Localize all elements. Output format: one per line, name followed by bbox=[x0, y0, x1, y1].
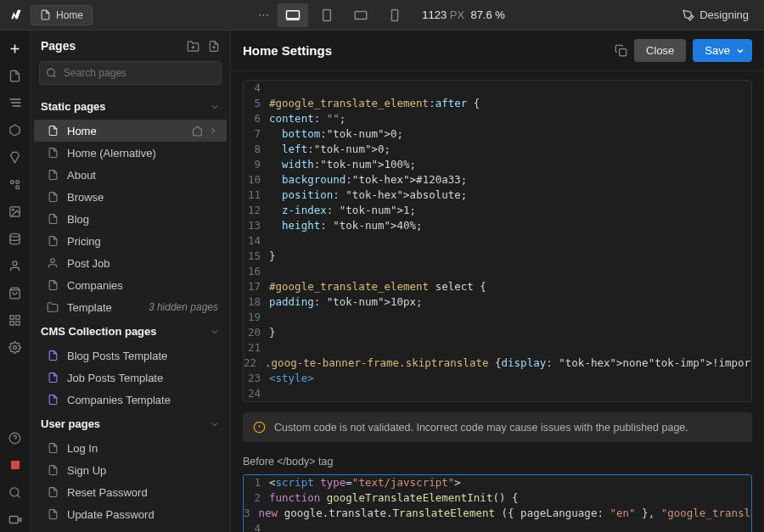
page-icon bbox=[46, 349, 59, 362]
page-icon bbox=[46, 146, 59, 160]
rail-variables-icon[interactable] bbox=[3, 144, 28, 170]
page-icon bbox=[46, 300, 59, 314]
rail-assets-icon[interactable] bbox=[3, 199, 28, 224]
page-item[interactable]: Template3 hidden pages bbox=[34, 296, 227, 318]
page-label: Blog bbox=[67, 213, 218, 226]
svg-point-11 bbox=[16, 185, 20, 188]
page-label: Browse bbox=[67, 191, 218, 204]
hidden-pages-badge: 3 hidden pages bbox=[149, 301, 218, 313]
section-static-header[interactable]: Static pages bbox=[31, 93, 230, 120]
rail-apps-icon[interactable] bbox=[3, 307, 28, 333]
page-label: Post Job bbox=[67, 257, 218, 270]
warning-icon bbox=[253, 421, 266, 434]
page-item[interactable]: Post Job bbox=[34, 252, 227, 274]
svg-rect-19 bbox=[16, 315, 20, 318]
rail-settings-icon[interactable] bbox=[3, 334, 28, 360]
before-body-label: Before </body> tag bbox=[231, 454, 764, 474]
section-title: CMS Collection pages bbox=[41, 325, 157, 338]
page-icon bbox=[46, 234, 59, 248]
section-cms-header[interactable]: CMS Collection pages bbox=[31, 318, 230, 344]
viewport-tablet-icon[interactable] bbox=[312, 3, 342, 27]
page-icon bbox=[46, 463, 59, 477]
page-icon bbox=[46, 168, 59, 182]
svg-point-12 bbox=[16, 180, 20, 183]
new-page-icon[interactable] bbox=[208, 40, 220, 53]
designing-label: Designing bbox=[699, 8, 749, 21]
svg-rect-0 bbox=[287, 10, 300, 18]
rail-record-icon[interactable] bbox=[3, 452, 28, 478]
svg-rect-37 bbox=[620, 49, 626, 56]
svg-point-34 bbox=[48, 69, 55, 76]
page-label: Home (Alernative) bbox=[67, 147, 218, 160]
topbar-ellipsis[interactable]: ⋯ bbox=[253, 8, 274, 21]
sidebar-title: Pages bbox=[41, 39, 76, 53]
save-button[interactable]: Save bbox=[693, 39, 752, 62]
search-input[interactable] bbox=[39, 61, 222, 85]
svg-point-26 bbox=[10, 487, 19, 496]
page-label: Log In bbox=[67, 442, 218, 455]
page-breadcrumb[interactable]: Home bbox=[31, 5, 93, 25]
page-item[interactable]: Job Posts Template bbox=[34, 367, 227, 389]
rail-navigator-icon[interactable] bbox=[3, 90, 28, 115]
page-label: Template bbox=[67, 301, 141, 314]
close-button[interactable]: Close bbox=[634, 39, 686, 62]
page-item[interactable]: Home (Alernative) bbox=[34, 142, 227, 164]
content-title: Home Settings bbox=[243, 43, 332, 58]
left-rail bbox=[0, 31, 31, 532]
pages-sidebar: Pages Static pages HomeHome (Alernative)… bbox=[31, 31, 231, 532]
page-item[interactable]: Blog Posts Template bbox=[34, 344, 227, 367]
viewport-landscape-icon[interactable] bbox=[345, 3, 376, 27]
page-item[interactable]: Pricing bbox=[34, 230, 227, 252]
chevron-down-icon bbox=[210, 419, 220, 429]
svg-rect-21 bbox=[10, 321, 14, 324]
section-user-header[interactable]: User pages bbox=[31, 411, 230, 437]
chevron-down-icon bbox=[210, 327, 220, 337]
page-item[interactable]: Sign Up bbox=[34, 459, 227, 481]
page-icon bbox=[46, 190, 59, 204]
page-item[interactable]: Browse bbox=[34, 186, 227, 208]
page-icon bbox=[46, 124, 59, 137]
webflow-logo-icon[interactable] bbox=[7, 7, 24, 24]
page-label: Companies bbox=[67, 279, 218, 292]
page-label: Sign Up bbox=[67, 464, 218, 477]
page-icon bbox=[46, 256, 59, 270]
rail-search-icon[interactable] bbox=[3, 479, 28, 505]
rail-users-icon[interactable] bbox=[3, 253, 28, 278]
page-label: Reset Password bbox=[67, 486, 218, 499]
rail-help-icon[interactable] bbox=[3, 425, 28, 451]
rail-cms-icon[interactable] bbox=[3, 226, 28, 251]
viewport-desktop-icon[interactable] bbox=[278, 3, 308, 27]
rail-styles-icon[interactable] bbox=[3, 171, 28, 197]
chevron-right-icon bbox=[208, 126, 218, 137]
page-icon bbox=[46, 393, 59, 406]
content-panel: Home Settings Close Save 45#google_trans… bbox=[231, 31, 764, 532]
page-item[interactable]: Log In bbox=[34, 437, 227, 459]
page-item[interactable]: Reset Password bbox=[34, 481, 227, 503]
rail-video-icon[interactable] bbox=[3, 507, 28, 532]
viewport-mobile-icon[interactable] bbox=[379, 3, 410, 27]
rail-add-icon[interactable] bbox=[3, 36, 28, 61]
page-item[interactable]: Blog bbox=[34, 208, 227, 230]
svg-rect-28 bbox=[9, 516, 18, 523]
page-item[interactable]: Companies bbox=[34, 274, 227, 296]
copy-icon[interactable] bbox=[615, 44, 627, 57]
search-icon bbox=[46, 68, 57, 79]
rail-ecommerce-icon[interactable] bbox=[3, 280, 28, 305]
page-item[interactable]: Update Password bbox=[34, 503, 227, 525]
page-item[interactable]: About bbox=[34, 164, 227, 186]
new-folder-icon[interactable] bbox=[187, 40, 199, 53]
svg-point-10 bbox=[11, 180, 14, 183]
page-item[interactable]: Companies Template bbox=[34, 389, 227, 411]
page-label: Update Password bbox=[67, 508, 218, 521]
designing-mode-button[interactable]: Designing bbox=[674, 8, 757, 21]
rail-page-icon[interactable] bbox=[3, 63, 28, 88]
section-title: User pages bbox=[41, 417, 100, 430]
body-code-editor[interactable]: 1<script type="text/javscript">2function… bbox=[243, 474, 752, 532]
page-item[interactable]: Home bbox=[34, 120, 227, 142]
head-code-editor[interactable]: 45#google_translate_element:after {6cont… bbox=[243, 80, 752, 402]
chevron-down-icon bbox=[210, 102, 220, 112]
rail-components-icon[interactable] bbox=[3, 117, 28, 143]
svg-rect-25 bbox=[11, 461, 20, 469]
page-icon bbox=[46, 441, 59, 455]
page-label: Home bbox=[67, 125, 184, 137]
